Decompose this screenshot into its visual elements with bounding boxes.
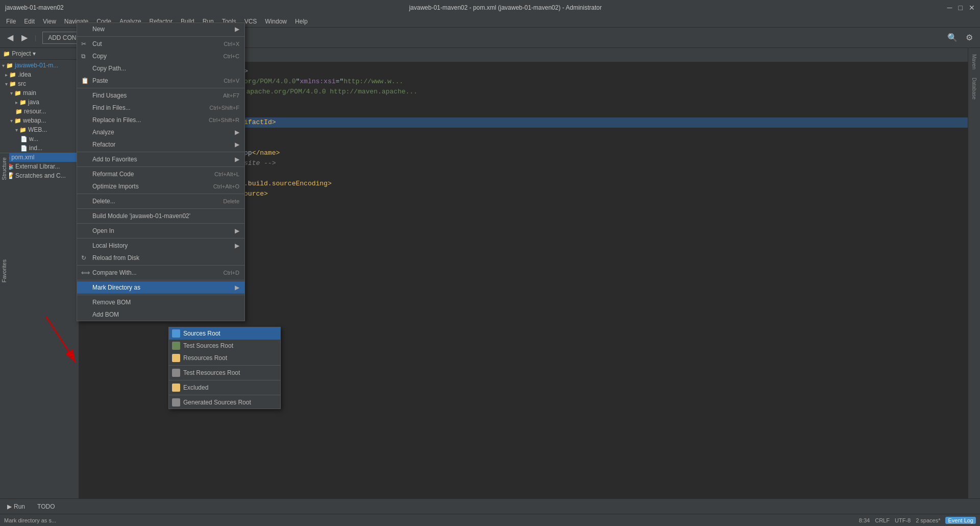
src-folder-icon: 📁: [9, 81, 16, 87]
menu-edit[interactable]: Edit: [20, 17, 39, 26]
ctx-find-usages-label: Find Usages: [92, 92, 127, 99]
cut-icon: ✂: [81, 40, 86, 47]
tree-item-w[interactable]: 📄 w...: [0, 134, 79, 144]
collapse-arrow-webapp: ▾: [10, 118, 13, 124]
menu-window[interactable]: Window: [261, 17, 291, 26]
tree-item-root[interactable]: ▾ 📁 javaweb-01-m...: [0, 61, 79, 70]
status-left-text: Mark directory as s...: [4, 517, 56, 523]
maximize-button[interactable]: □: [959, 4, 963, 12]
submenu-excluded[interactable]: Excluded: [169, 381, 280, 394]
project-panel-header: 📁 Project ▾: [0, 48, 79, 60]
tree-item-main[interactable]: ▾ 📁 main: [0, 88, 79, 98]
search-everywhere-icon[interactable]: 🔍: [944, 31, 961, 44]
ctx-remove-bom[interactable]: Remove BOM: [77, 296, 244, 308]
test-resources-root-icon: [172, 369, 180, 377]
tree-item-index[interactable]: 📄 ind...: [0, 144, 79, 153]
test-sources-root-icon: [172, 342, 180, 350]
tree-item-java[interactable]: ▸ 📁 java: [0, 98, 79, 107]
ctx-copy[interactable]: ⧉ Copy Ctrl+C: [77, 50, 244, 62]
tree-label-index: ind...: [29, 145, 42, 152]
database-sidebar-label[interactable]: Database: [970, 74, 978, 104]
ctx-build-module[interactable]: Build Module 'javaweb-01-maven02': [77, 210, 244, 222]
ctx-refactor[interactable]: Refactor ▶: [77, 138, 244, 151]
ctx-replace-in-files-shortcut: Ctrl+Shift+R: [209, 117, 239, 123]
ctx-find-usages[interactable]: Find Usages Alt+F7: [77, 89, 244, 102]
ctx-cut-label: Cut: [92, 40, 102, 47]
ctx-local-history[interactable]: Local History ▶: [77, 240, 244, 252]
ctx-paste[interactable]: 📋 Paste Ctrl+V: [77, 75, 244, 87]
ctx-add-bom[interactable]: Add BOM: [77, 308, 244, 321]
tree-item-scratches[interactable]: ▸ 📝 Scratches and C...: [0, 171, 79, 180]
tree-label-resources: resour...: [24, 108, 46, 115]
tree-item-idea[interactable]: ▸ 📁 .idea: [0, 70, 79, 79]
tree-item-webapp[interactable]: ▾ 📁 webap...: [0, 116, 79, 125]
sub-sep-3: [169, 395, 280, 395]
bottom-tab-todo[interactable]: TODO: [34, 502, 58, 511]
forward-icon[interactable]: ▶: [18, 31, 31, 44]
tree-label-pom: pom.xml: [11, 154, 34, 161]
tree-item-web-inf[interactable]: ▾ 📁 WEB...: [0, 125, 79, 134]
back-icon[interactable]: ◀: [4, 31, 16, 44]
ctx-delete[interactable]: Delete... Delete: [77, 195, 244, 207]
minimize-button[interactable]: ─: [947, 4, 952, 12]
ctx-analyze[interactable]: Analyze ▶: [77, 126, 244, 138]
ctx-sep-9: [77, 265, 244, 266]
window-title: javaweb-01-maven02 - pom.xml (javaweb-01…: [409, 4, 601, 11]
collapse-arrow-idea: ▸: [5, 72, 8, 78]
ctx-new[interactable]: New ▶: [77, 23, 244, 35]
ctx-add-to-favorites[interactable]: Add to Favorites ▶: [77, 153, 244, 165]
test-resources-root-label: Test Resources Root: [183, 369, 240, 376]
ctx-compare-with-label: Compare With...: [92, 269, 137, 276]
ctx-sep-2: [77, 88, 244, 88]
bottom-panel: ▶ Run TODO: [0, 498, 980, 514]
tree-item-external-libs[interactable]: ▸ 📚 External Librar...: [0, 162, 79, 171]
settings-icon[interactable]: ⚙: [963, 31, 976, 44]
right-sidebar: Maven Database: [968, 48, 980, 514]
main-folder-icon: 📁: [14, 90, 21, 97]
ctx-replace-in-files[interactable]: Replace in Files... Ctrl+Shift+R: [77, 114, 244, 126]
ctx-optimize-imports-label: Optimize Imports: [92, 183, 139, 190]
ctx-reformat-code[interactable]: Reformat Code Ctrl+Alt+L: [77, 168, 244, 180]
ctx-open-in[interactable]: Open In ▶: [77, 225, 244, 237]
tree-label-main: main: [23, 89, 36, 97]
ctx-cut[interactable]: ✂ Cut Ctrl+X: [77, 38, 244, 50]
project-panel-title: 📁 Project ▾: [3, 50, 36, 57]
tree-item-resources[interactable]: 📁 resour...: [0, 107, 79, 116]
structure-label[interactable]: Structure: [0, 153, 8, 184]
menu-help[interactable]: Help: [291, 17, 312, 26]
context-menu: New ▶ ✂ Cut Ctrl+X ⧉ Copy Ctrl+C Copy Pa…: [77, 22, 245, 321]
menu-view[interactable]: View: [39, 17, 60, 26]
resources-root-icon: [172, 354, 180, 362]
submenu-test-sources-root[interactable]: Test Sources Root: [169, 340, 280, 352]
tree-item-pom[interactable]: m pom.xml: [0, 153, 79, 162]
ctx-copy-path[interactable]: Copy Path...: [77, 62, 244, 75]
ctx-find-in-files[interactable]: Find in Files... Ctrl+Shift+F: [77, 102, 244, 114]
submenu-resources-root[interactable]: Resources Root: [169, 352, 280, 364]
tree-item-src[interactable]: ▾ 📁 src: [0, 79, 79, 88]
ctx-analyze-label: Analyze: [92, 129, 114, 136]
ctx-compare-with-shortcut: Ctrl+D: [224, 270, 239, 276]
ctx-reformat-code-label: Reformat Code: [92, 171, 134, 178]
ctx-compare-with[interactable]: ⟺ Compare With... Ctrl+D: [77, 267, 244, 279]
favorites-label[interactable]: Favorites: [0, 255, 8, 286]
event-log-badge[interactable]: Event Log: [945, 517, 976, 524]
ctx-mark-directory-as[interactable]: Mark Directory as ▶: [77, 281, 244, 294]
collapse-arrow-src: ▾: [5, 81, 8, 87]
menu-file[interactable]: File: [2, 17, 20, 26]
resources-folder-icon: 📁: [15, 108, 22, 115]
idea-folder-icon: 📁: [9, 71, 16, 78]
submenu-test-resources-root[interactable]: Test Resources Root: [169, 367, 280, 379]
ctx-optimize-imports[interactable]: Optimize Imports Ctrl+Alt+O: [77, 180, 244, 193]
maven-sidebar-label[interactable]: Maven: [970, 50, 978, 74]
ctx-remove-bom-label: Remove BOM: [92, 299, 131, 306]
bottom-tab-run[interactable]: ▶ Run: [4, 502, 28, 511]
submenu-generated-sources-root[interactable]: Generated Sources Root: [169, 396, 280, 409]
submenu-sources-root[interactable]: Sources Root: [169, 327, 280, 340]
ctx-reload-from-disk[interactable]: ↻ Reload from Disk: [77, 252, 244, 264]
ctx-delete-label: Delete...: [92, 198, 115, 205]
reload-icon: ↻: [81, 254, 86, 261]
statusbar: Mark directory as s... 8:34 CRLF UTF-8 2…: [0, 514, 980, 526]
ctx-sep-10: [77, 280, 244, 280]
close-button[interactable]: ✕: [969, 4, 975, 12]
titlebar: javaweb-01-maven02 javaweb-01-maven02 - …: [0, 0, 980, 15]
